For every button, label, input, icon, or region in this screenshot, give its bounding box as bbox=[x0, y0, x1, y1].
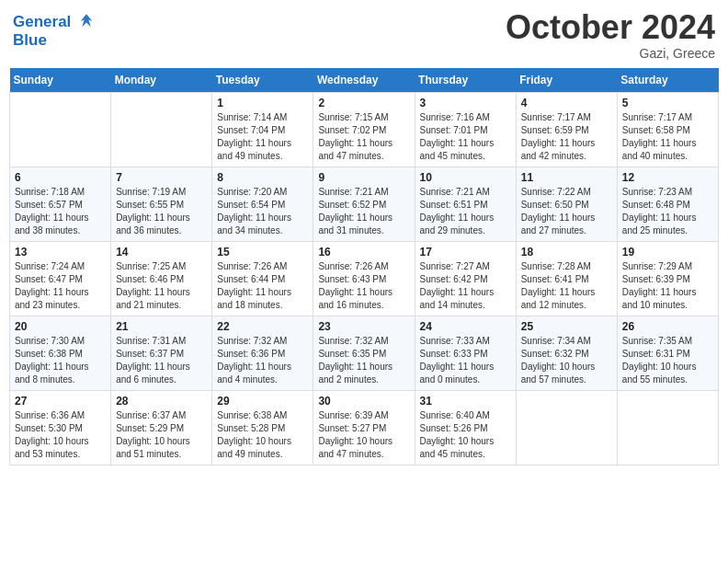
calendar-cell: 6Sunrise: 7:18 AM Sunset: 6:57 PM Daylig… bbox=[10, 167, 111, 241]
weekday-sunday: Sunday bbox=[10, 68, 111, 93]
day-info: Sunrise: 7:26 AM Sunset: 6:43 PM Dayligh… bbox=[318, 260, 409, 312]
calendar-cell: 11Sunrise: 7:22 AM Sunset: 6:50 PM Dayli… bbox=[516, 167, 617, 241]
day-number: 2 bbox=[318, 97, 409, 109]
calendar-cell: 16Sunrise: 7:26 AM Sunset: 6:43 PM Dayli… bbox=[313, 241, 415, 316]
day-info: Sunrise: 7:23 AM Sunset: 6:48 PM Dayligh… bbox=[622, 186, 713, 237]
day-info: Sunrise: 7:24 AM Sunset: 6:47 PM Dayligh… bbox=[15, 260, 106, 312]
weekday-saturday: Saturday bbox=[617, 68, 718, 93]
calendar-cell: 31Sunrise: 6:40 AM Sunset: 5:26 PM Dayli… bbox=[415, 390, 516, 465]
weekday-header-row: SundayMondayTuesdayWednesdayThursdayFrid… bbox=[10, 68, 719, 93]
day-number: 18 bbox=[521, 246, 612, 259]
calendar-cell: 22Sunrise: 7:32 AM Sunset: 6:36 PM Dayli… bbox=[212, 316, 313, 390]
calendar-cell: 19Sunrise: 7:29 AM Sunset: 6:39 PM Dayli… bbox=[617, 241, 718, 316]
day-info: Sunrise: 7:21 AM Sunset: 6:51 PM Dayligh… bbox=[420, 186, 511, 237]
calendar-week-5: 27Sunrise: 6:36 AM Sunset: 5:30 PM Dayli… bbox=[10, 390, 719, 465]
calendar-cell: 12Sunrise: 7:23 AM Sunset: 6:48 PM Dayli… bbox=[617, 167, 718, 241]
day-number: 29 bbox=[217, 395, 308, 408]
day-info: Sunrise: 7:19 AM Sunset: 6:55 PM Dayligh… bbox=[116, 186, 207, 237]
day-info: Sunrise: 6:40 AM Sunset: 5:26 PM Dayligh… bbox=[420, 409, 511, 461]
weekday-thursday: Thursday bbox=[415, 68, 516, 93]
day-info: Sunrise: 7:21 AM Sunset: 6:52 PM Dayligh… bbox=[318, 186, 409, 237]
calendar-cell: 21Sunrise: 7:31 AM Sunset: 6:37 PM Dayli… bbox=[111, 316, 212, 390]
day-number: 4 bbox=[521, 97, 612, 109]
calendar-cell: 14Sunrise: 7:25 AM Sunset: 6:46 PM Dayli… bbox=[111, 241, 212, 316]
day-info: Sunrise: 7:31 AM Sunset: 6:37 PM Dayligh… bbox=[116, 335, 207, 386]
location: Gazi, Greece bbox=[506, 46, 715, 61]
day-number: 8 bbox=[217, 171, 308, 184]
day-info: Sunrise: 7:30 AM Sunset: 6:38 PM Dayligh… bbox=[15, 335, 106, 386]
day-number: 1 bbox=[217, 97, 308, 109]
weekday-wednesday: Wednesday bbox=[313, 68, 415, 93]
calendar-cell: 20Sunrise: 7:30 AM Sunset: 6:38 PM Dayli… bbox=[10, 316, 111, 390]
day-info: Sunrise: 6:38 AM Sunset: 5:28 PM Dayligh… bbox=[217, 409, 308, 461]
day-number: 5 bbox=[622, 97, 713, 109]
day-info: Sunrise: 6:39 AM Sunset: 5:27 PM Dayligh… bbox=[318, 409, 409, 461]
calendar-cell: 26Sunrise: 7:35 AM Sunset: 6:31 PM Dayli… bbox=[617, 316, 718, 390]
calendar-cell: 23Sunrise: 7:32 AM Sunset: 6:35 PM Dayli… bbox=[313, 316, 415, 390]
logo-blue: Blue bbox=[13, 31, 97, 50]
day-number: 7 bbox=[116, 171, 207, 184]
day-info: Sunrise: 6:36 AM Sunset: 5:30 PM Dayligh… bbox=[15, 409, 106, 461]
day-number: 11 bbox=[521, 171, 612, 184]
day-number: 24 bbox=[420, 320, 511, 333]
day-number: 19 bbox=[622, 246, 713, 259]
day-number: 30 bbox=[318, 395, 409, 408]
day-info: Sunrise: 7:18 AM Sunset: 6:57 PM Dayligh… bbox=[15, 186, 106, 237]
calendar-cell: 18Sunrise: 7:28 AM Sunset: 6:41 PM Dayli… bbox=[516, 241, 617, 316]
calendar-cell: 25Sunrise: 7:34 AM Sunset: 6:32 PM Dayli… bbox=[516, 316, 617, 390]
calendar-cell: 2Sunrise: 7:15 AM Sunset: 7:02 PM Daylig… bbox=[313, 92, 415, 167]
calendar-cell: 1Sunrise: 7:14 AM Sunset: 7:04 PM Daylig… bbox=[212, 92, 313, 167]
calendar-cell: 4Sunrise: 7:17 AM Sunset: 6:59 PM Daylig… bbox=[516, 92, 617, 167]
day-number: 28 bbox=[116, 395, 207, 408]
calendar-week-1: 1Sunrise: 7:14 AM Sunset: 7:04 PM Daylig… bbox=[10, 92, 719, 167]
day-number: 21 bbox=[116, 320, 207, 333]
day-number: 12 bbox=[622, 171, 713, 184]
day-info: Sunrise: 7:32 AM Sunset: 6:36 PM Dayligh… bbox=[217, 335, 308, 386]
day-number: 20 bbox=[15, 320, 106, 333]
day-info: Sunrise: 7:22 AM Sunset: 6:50 PM Dayligh… bbox=[521, 186, 612, 237]
calendar-week-3: 13Sunrise: 7:24 AM Sunset: 6:47 PM Dayli… bbox=[10, 241, 719, 316]
calendar-cell: 7Sunrise: 7:19 AM Sunset: 6:55 PM Daylig… bbox=[111, 167, 212, 241]
day-info: Sunrise: 7:32 AM Sunset: 6:35 PM Dayligh… bbox=[318, 335, 409, 386]
day-info: Sunrise: 7:27 AM Sunset: 6:42 PM Dayligh… bbox=[420, 260, 511, 312]
day-info: Sunrise: 7:17 AM Sunset: 6:59 PM Dayligh… bbox=[521, 111, 612, 163]
day-number: 25 bbox=[521, 320, 612, 333]
day-number: 16 bbox=[318, 246, 409, 259]
day-info: Sunrise: 7:29 AM Sunset: 6:39 PM Dayligh… bbox=[622, 260, 713, 312]
calendar-cell: 5Sunrise: 7:17 AM Sunset: 6:58 PM Daylig… bbox=[617, 92, 718, 167]
calendar-cell bbox=[111, 92, 212, 167]
day-info: Sunrise: 7:28 AM Sunset: 6:41 PM Dayligh… bbox=[521, 260, 612, 312]
day-info: Sunrise: 7:25 AM Sunset: 6:46 PM Dayligh… bbox=[116, 260, 207, 312]
day-info: Sunrise: 7:16 AM Sunset: 7:01 PM Dayligh… bbox=[420, 111, 511, 163]
day-number: 10 bbox=[420, 171, 511, 184]
day-number: 27 bbox=[15, 395, 106, 408]
calendar-cell: 28Sunrise: 6:37 AM Sunset: 5:29 PM Dayli… bbox=[111, 390, 212, 465]
calendar-cell bbox=[516, 390, 617, 465]
day-number: 15 bbox=[217, 246, 308, 259]
day-info: Sunrise: 7:26 AM Sunset: 6:44 PM Dayligh… bbox=[217, 260, 308, 312]
day-number: 26 bbox=[622, 320, 713, 333]
calendar-week-4: 20Sunrise: 7:30 AM Sunset: 6:38 PM Dayli… bbox=[10, 316, 719, 390]
calendar-body: 1Sunrise: 7:14 AM Sunset: 7:04 PM Daylig… bbox=[10, 92, 719, 465]
day-info: Sunrise: 6:37 AM Sunset: 5:29 PM Dayligh… bbox=[116, 409, 207, 461]
calendar-cell: 15Sunrise: 7:26 AM Sunset: 6:44 PM Dayli… bbox=[212, 241, 313, 316]
calendar-cell: 30Sunrise: 6:39 AM Sunset: 5:27 PM Dayli… bbox=[313, 390, 415, 465]
day-info: Sunrise: 7:15 AM Sunset: 7:02 PM Dayligh… bbox=[318, 111, 409, 163]
day-number: 3 bbox=[420, 97, 511, 109]
logo-general: General bbox=[13, 13, 71, 30]
day-number: 6 bbox=[15, 171, 106, 184]
day-number: 13 bbox=[15, 246, 106, 259]
weekday-tuesday: Tuesday bbox=[212, 68, 313, 93]
day-info: Sunrise: 7:33 AM Sunset: 6:33 PM Dayligh… bbox=[420, 335, 511, 386]
day-info: Sunrise: 7:14 AM Sunset: 7:04 PM Dayligh… bbox=[217, 111, 308, 163]
calendar-cell: 8Sunrise: 7:20 AM Sunset: 6:54 PM Daylig… bbox=[212, 167, 313, 241]
day-info: Sunrise: 7:35 AM Sunset: 6:31 PM Dayligh… bbox=[622, 335, 713, 386]
calendar-cell: 29Sunrise: 6:38 AM Sunset: 5:28 PM Dayli… bbox=[212, 390, 313, 465]
day-info: Sunrise: 7:17 AM Sunset: 6:58 PM Dayligh… bbox=[622, 111, 713, 163]
calendar-cell: 9Sunrise: 7:21 AM Sunset: 6:52 PM Daylig… bbox=[313, 167, 415, 241]
day-number: 14 bbox=[116, 246, 207, 259]
calendar-week-2: 6Sunrise: 7:18 AM Sunset: 6:57 PM Daylig… bbox=[10, 167, 719, 241]
page-header: General Blue October 2024 Gazi, Greece bbox=[9, 9, 719, 61]
svg-marker-0 bbox=[81, 14, 93, 27]
day-number: 31 bbox=[420, 395, 511, 408]
